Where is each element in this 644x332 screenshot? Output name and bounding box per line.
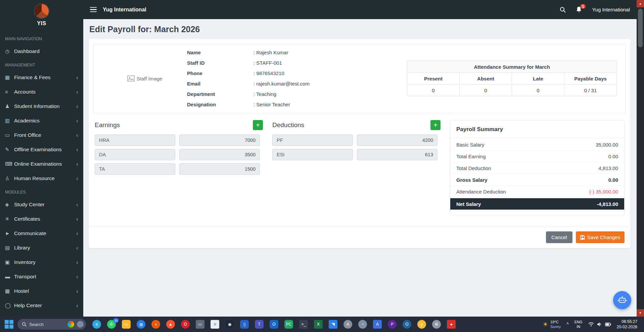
chrome-icon[interactable]: ◍ — [137, 320, 145, 329]
steam-icon[interactable]: ◉ — [225, 320, 234, 329]
vscode-icon[interactable]: ◥ — [329, 320, 337, 329]
earning-amount-input[interactable] — [179, 149, 260, 160]
sidebar-item-label: Communicate — [14, 230, 46, 236]
user-menu[interactable]: Yug International — [592, 7, 630, 12]
field-value: : STAFF-001 — [254, 60, 282, 66]
chevron-left-icon: ‹ — [76, 302, 78, 309]
sidebar-item[interactable]: ◈ Study Center ‹ — [0, 197, 83, 212]
sidebar-item[interactable]: ▤ Library ‹ — [0, 240, 83, 255]
add-deduction-button[interactable]: + — [430, 120, 441, 130]
start-button[interactable] — [3, 319, 15, 330]
android-studio-icon[interactable]: A — [343, 320, 352, 329]
sidebar-item[interactable]: ⌨ Online Examinations ‹ — [0, 157, 83, 171]
notepad-icon[interactable]: ≡ — [211, 320, 219, 329]
staff-field-row: Name : Rajesh Kumar — [187, 47, 375, 58]
chevron-left-icon: ‹ — [76, 132, 78, 138]
file-explorer-icon[interactable]: ▭ — [122, 320, 131, 329]
screen-mirror-icon[interactable]: ▭ — [196, 320, 204, 329]
postman-icon[interactable]: ◔ — [358, 320, 367, 329]
recorder-icon[interactable]: ● — [447, 320, 456, 329]
attendance-value: 0 — [512, 85, 564, 96]
summary-label: Total Earning — [456, 154, 486, 159]
sidebar-item-icon: ▩ — [5, 288, 14, 294]
opera-icon[interactable]: O — [181, 320, 190, 329]
search-icon[interactable] — [560, 7, 566, 13]
teams-icon[interactable]: T — [255, 320, 264, 329]
sidebar-item[interactable]: ◷ Dashboard — [0, 44, 83, 58]
sidebar-item-label: Finance & Fees — [14, 74, 51, 80]
summary-label: Attendance Deduction — [456, 189, 506, 195]
save-changes-button[interactable]: Save Changes — [576, 231, 625, 243]
notifications-bell-icon[interactable]: 1 — [576, 6, 582, 13]
earning-amount-input[interactable] — [179, 134, 260, 146]
brand-logo[interactable]: YIS — [0, 0, 83, 32]
sidebar-item[interactable]: ▥ Academics ‹ — [0, 113, 83, 128]
sidebar-item[interactable]: ▩ Hostel ‹ — [0, 284, 83, 298]
scroll-up-arrow[interactable]: ▲ — [637, 0, 644, 7]
yahoo-icon[interactable]: y — [417, 320, 426, 329]
sidebar-item[interactable]: ◯ Help Center ‹ — [0, 298, 83, 313]
chevron-left-icon: ‹ — [76, 103, 78, 109]
add-earning-button[interactable]: + — [253, 120, 263, 130]
field-value: : Senior Teacher — [254, 102, 290, 107]
taskbar-search[interactable]: Search — [17, 319, 86, 330]
whatsapp-icon[interactable]: ✆ 10 — [107, 320, 116, 329]
sidebar-item[interactable]: ▬ Transport ‹ — [0, 269, 83, 284]
taskbar-clock[interactable]: 06:55:27 20-02-2026 — [617, 319, 637, 330]
anydesk-icon[interactable]: A — [373, 320, 382, 329]
earning-name-input[interactable] — [95, 149, 175, 160]
excel-icon[interactable]: X — [314, 320, 323, 329]
sidebar-item[interactable]: ♙ Human Resource ‹ — [0, 171, 83, 185]
robot-icon — [617, 295, 627, 305]
outlook-icon[interactable]: O — [270, 320, 278, 329]
firefox-icon[interactable]: ◖ — [151, 320, 160, 329]
sidebar-toggle-button[interactable] — [83, 7, 103, 12]
terminal-icon[interactable]: >_ — [299, 320, 308, 329]
sidebar-item-label: Inventory — [14, 259, 36, 265]
broken-image-icon — [127, 75, 135, 81]
sidebar-item-icon: ▥ — [5, 118, 14, 124]
deduction-name-input[interactable] — [272, 134, 353, 146]
summary-row: Net Salary -4,813.00 — [450, 198, 624, 210]
earning-amount-input[interactable] — [179, 163, 260, 175]
cancel-button[interactable]: Cancel — [546, 231, 572, 243]
sidebar-item[interactable]: ✎ Offline Examinations ‹ — [0, 142, 83, 157]
scrollbar-thumb[interactable] — [638, 9, 643, 47]
edge-icon[interactable]: e — [92, 320, 101, 329]
chatbot-fab-button[interactable] — [613, 291, 631, 309]
settings-gear-icon[interactable]: ⚙ — [432, 320, 441, 329]
deduction-amount-input[interactable] — [357, 149, 438, 160]
deduction-name-input[interactable] — [272, 149, 353, 160]
deduction-amount-input[interactable] — [357, 134, 438, 146]
weather-widget[interactable]: ☀ 19°C Sunny — [543, 320, 561, 329]
earnings-title: Earnings — [95, 121, 120, 129]
summary-label: Basic Salary — [456, 142, 484, 148]
sidebar-item[interactable]: ♟ Student Information ‹ — [0, 99, 83, 113]
scrollbar[interactable]: ▲ ▼ — [637, 0, 644, 317]
summary-row: Gross Salary 0.00 — [450, 174, 624, 186]
sidebar-item-label: Offline Examinations — [14, 147, 62, 153]
language-switcher[interactable]: ENG IN — [574, 320, 583, 329]
sidebar-item-label: Academics — [14, 118, 40, 124]
sidebar-item[interactable]: ► Communicate ‹ — [0, 226, 83, 240]
summary-value: 35,000.00 — [596, 142, 618, 148]
earning-name-input[interactable] — [95, 163, 175, 175]
earning-name-input[interactable] — [95, 134, 175, 146]
attendance-column-header: Absent — [460, 73, 512, 85]
brave-icon[interactable]: ▲ — [166, 320, 175, 329]
sidebar-item[interactable]: ▦ Finance & Fees ‹ — [0, 70, 83, 85]
phone-link-icon[interactable]: ▯ — [240, 320, 249, 329]
sidebar-item[interactable]: ✳ Certificates ‹ — [0, 212, 83, 226]
wifi-icon — [588, 322, 594, 327]
sidebar-item[interactable]: ≡ Accounts ‹ — [0, 85, 83, 99]
obs-icon[interactable]: O — [403, 320, 411, 329]
tray-status-icons[interactable] — [588, 322, 611, 327]
phonepe-icon[interactable]: P — [388, 320, 397, 329]
tray-overflow-chevron[interactable]: ^ — [566, 322, 569, 327]
sidebar-item[interactable]: ▭ Front Office ‹ — [0, 128, 83, 142]
pycharm-icon[interactable]: PC — [284, 320, 293, 329]
sidebar-item-icon: ◯ — [5, 302, 14, 309]
sidebar-item[interactable]: ▣ Inventory ‹ — [0, 255, 83, 269]
scroll-down-arrow[interactable]: ▼ — [637, 309, 644, 317]
main-content: Edit Payroll for: March 2026 Staff Image… — [83, 19, 637, 317]
